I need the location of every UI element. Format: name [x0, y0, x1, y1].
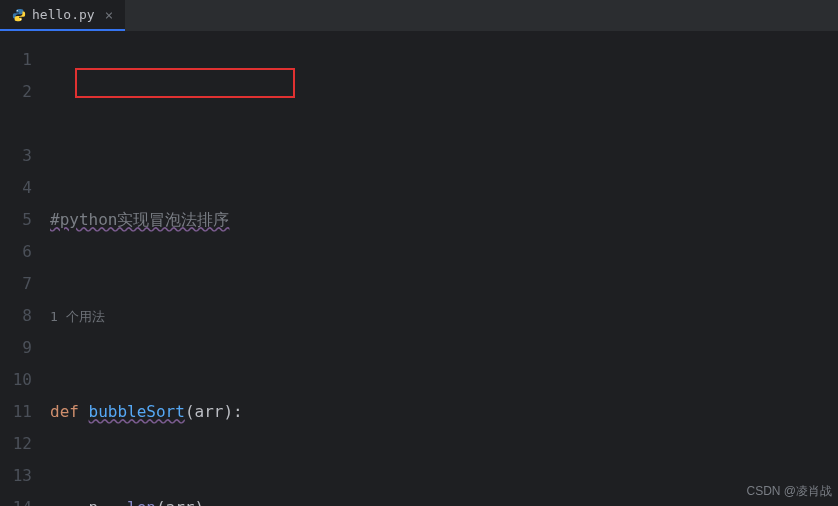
line-number: 7	[0, 268, 32, 300]
python-file-icon	[12, 8, 26, 22]
code-editor[interactable]: 1 2 3 4 5 6 7 8 9 10 11 12 13 14 15 #pyt…	[0, 32, 838, 506]
line-number: 6	[0, 236, 32, 268]
line-number: 8	[0, 300, 32, 332]
svg-point-0	[17, 10, 18, 11]
line-number: 3	[0, 140, 32, 172]
line-number: 12	[0, 428, 32, 460]
watermark: CSDN @凌肖战	[746, 483, 832, 500]
tab-bar: hello.py ×	[0, 0, 838, 32]
file-tab[interactable]: hello.py ×	[0, 0, 125, 31]
code-line: n = len(arr)	[50, 492, 838, 506]
code-content[interactable]: #python实现冒泡法排序 1 个用法 def bubbleSort(arr)…	[50, 44, 838, 506]
line-gutter: 1 2 3 4 5 6 7 8 9 10 11 12 13 14 15	[0, 44, 50, 506]
line-number: 1	[0, 44, 32, 76]
line-number: 13	[0, 460, 32, 492]
comment: #python实现冒泡法排序	[50, 210, 229, 229]
line-number: 14	[0, 492, 32, 506]
svg-point-1	[20, 18, 21, 19]
line-number: 2	[0, 76, 32, 108]
line-number: 9	[0, 332, 32, 364]
line-number: 5	[0, 204, 32, 236]
tab-filename: hello.py	[32, 7, 95, 22]
code-line: def bubbleSort(arr):	[50, 396, 838, 428]
code-line: #python实现冒泡法排序	[50, 204, 838, 236]
inline-hint: 1 个用法	[50, 300, 838, 332]
code-line	[50, 108, 838, 140]
line-number: 4	[0, 172, 32, 204]
tab-close-icon[interactable]: ×	[105, 7, 113, 23]
line-number: 10	[0, 364, 32, 396]
line-number: 11	[0, 396, 32, 428]
